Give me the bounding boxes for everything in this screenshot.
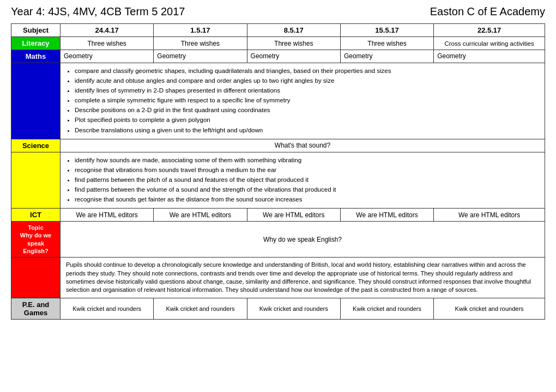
ict-cell-4: We are HTML editors xyxy=(340,209,433,222)
maths-bullet-2: identify acute and obtuse angles and com… xyxy=(75,76,539,85)
literacy-cell-5: Cross curricular writing activities xyxy=(434,37,545,50)
maths-cell-3: Geometry xyxy=(247,50,340,63)
literacy-cell-4: Three wishes xyxy=(340,37,433,50)
topic-row: Topic Why do we speak English? Why do we… xyxy=(11,222,545,258)
maths-subject: Maths xyxy=(11,50,61,63)
maths-bullets-list: compare and classify geometric shapes, i… xyxy=(66,66,539,134)
pe-cell-3: Kwik cricket and rounders xyxy=(247,298,340,319)
literacy-cell-1: Three wishes xyxy=(61,37,154,50)
title-right: Easton C of E Academy xyxy=(430,5,545,18)
science-bullets-row: identify how sounds are made, associatin… xyxy=(11,152,545,208)
header-date-1: 24.4.17 xyxy=(61,24,154,37)
header-date-5: 22.5.17 xyxy=(434,24,545,37)
science-bullet-4: find patterns between the volume of a so… xyxy=(75,185,539,194)
literacy-subject: Literacy xyxy=(11,37,61,50)
pe-row: P.E. and Games Kwik cricket and rounders… xyxy=(11,298,545,319)
maths-bullet-6: Plot specified points to complete a give… xyxy=(75,115,539,124)
pe-cell-2: Kwik cricket and rounders xyxy=(154,298,247,319)
pe-cell-1: Kwik cricket and rounders xyxy=(61,298,154,319)
pe-subject: P.E. and Games xyxy=(11,298,61,319)
science-bullet-1: identify how sounds are made, associatin… xyxy=(75,156,539,164)
maths-bullet-7: Describe translations using a given unit… xyxy=(75,126,539,134)
title-left: Year 4: 4JS, 4MV, 4CB Term 5 2017 xyxy=(11,5,185,18)
maths-bullets-content: compare and classify geometric shapes, i… xyxy=(61,63,545,139)
ict-cell-3: We are HTML editors xyxy=(247,209,340,222)
science-topic: What's that sound? xyxy=(61,139,545,152)
header-row: Subject 24.4.17 1.5.17 8.5.17 15.5.17 22… xyxy=(11,24,545,37)
pe-cell-4: Kwik cricket and rounders xyxy=(340,298,433,319)
page-title: Year 4: 4JS, 4MV, 4CB Term 5 2017 Easton… xyxy=(11,5,545,18)
topic-subject: Topic Why do we speak English? xyxy=(11,222,61,258)
science-subject: Science xyxy=(11,139,61,152)
maths-bullet-5: Describe positions on a 2-D grid in the … xyxy=(75,106,539,114)
topic-content: Why do we speak English? xyxy=(61,222,545,258)
science-bullet-3: find patterns between the pitch of a sou… xyxy=(75,175,539,184)
science-bullet-5: recognise that sounds get fainter as the… xyxy=(75,195,539,204)
science-bullets-content: identify how sounds are made, associatin… xyxy=(61,152,545,208)
ict-subject: ICT xyxy=(11,209,61,222)
maths-cell-4: Geometry xyxy=(340,50,433,63)
science-row: Science What's that sound? xyxy=(11,139,545,152)
science-bullet-2: recognise that vibrations from sounds tr… xyxy=(75,166,539,174)
ict-cell-2: We are HTML editors xyxy=(154,209,247,222)
science-bullets-subject xyxy=(11,152,61,208)
maths-cell-2: Geometry xyxy=(154,50,247,63)
maths-cell-5: Geometry xyxy=(434,50,545,63)
literacy-cell-3: Three wishes xyxy=(247,37,340,50)
pe-cell-5: Kwik cricket and rounders xyxy=(434,298,545,319)
maths-bullet-4: complete a simple symmetric figure with … xyxy=(75,96,539,105)
maths-cell-1: Geometry xyxy=(61,50,154,63)
header-date-3: 8.5.17 xyxy=(247,24,340,37)
history-subject xyxy=(11,258,61,298)
maths-bullets-subject xyxy=(11,63,61,139)
history-content: Pupils should continue to develop a chro… xyxy=(61,258,545,298)
ict-row: ICT We are HTML editors We are HTML edit… xyxy=(11,209,545,222)
maths-bullet-1: compare and classify geometric shapes, i… xyxy=(75,66,539,75)
ict-cell-5: We are HTML editors xyxy=(434,209,545,222)
maths-bullets-row: compare and classify geometric shapes, i… xyxy=(11,63,545,139)
literacy-row: Literacy Three wishes Three wishes Three… xyxy=(11,37,545,50)
ict-cell-1: We are HTML editors xyxy=(61,209,154,222)
header-subject: Subject xyxy=(11,24,61,37)
maths-bullet-3: identify lines of symmetry in 2-D shapes… xyxy=(75,86,539,95)
curriculum-table: Subject 24.4.17 1.5.17 8.5.17 15.5.17 22… xyxy=(11,23,545,320)
literacy-cell-2: Three wishes xyxy=(154,37,247,50)
science-bullets-list: identify how sounds are made, associatin… xyxy=(66,156,539,204)
header-date-2: 1.5.17 xyxy=(154,24,247,37)
header-date-4: 15.5.17 xyxy=(340,24,433,37)
history-row: Pupils should continue to develop a chro… xyxy=(11,258,545,298)
maths-row: Maths Geometry Geometry Geometry Geometr… xyxy=(11,50,545,63)
